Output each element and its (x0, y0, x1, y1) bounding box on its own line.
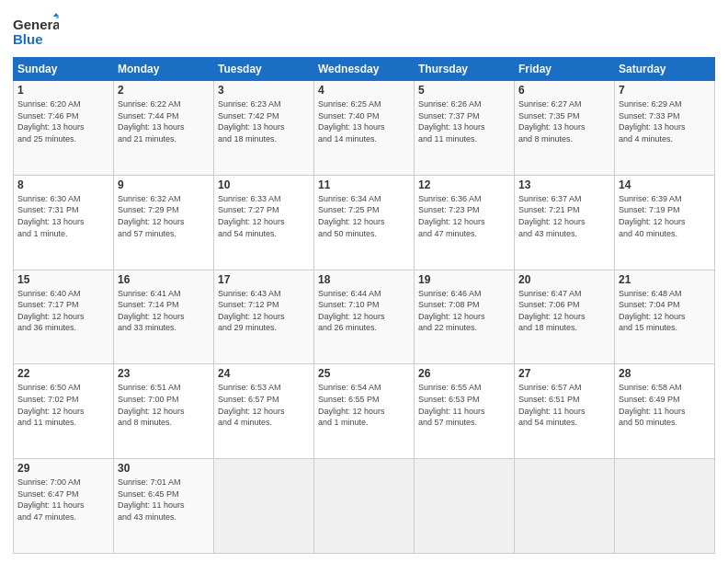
day-info: Sunrise: 6:20 AM Sunset: 7:46 PM Dayligh… (17, 98, 109, 144)
header-sunday: Sunday (14, 58, 114, 81)
header-wednesday: Wednesday (314, 58, 415, 81)
logo: General Blue (13, 13, 59, 50)
day-number: 27 (518, 367, 610, 380)
day-number: 15 (17, 273, 109, 286)
day-number: 12 (418, 178, 510, 191)
day-number: 8 (17, 178, 109, 191)
header-thursday: Thursday (415, 58, 515, 81)
calendar-cell: 27Sunrise: 6:57 AM Sunset: 6:51 PM Dayli… (515, 364, 615, 459)
day-number: 17 (218, 273, 310, 286)
day-info: Sunrise: 6:55 AM Sunset: 6:53 PM Dayligh… (418, 382, 510, 428)
day-number: 9 (118, 178, 210, 191)
calendar-cell: 23Sunrise: 6:51 AM Sunset: 7:00 PM Dayli… (114, 364, 214, 459)
calendar-cell: 29Sunrise: 7:00 AM Sunset: 6:47 PM Dayli… (14, 459, 114, 554)
day-number: 3 (218, 84, 310, 97)
calendar-cell: 14Sunrise: 6:39 AM Sunset: 7:19 PM Dayli… (615, 175, 715, 270)
day-info: Sunrise: 6:34 AM Sunset: 7:25 PM Dayligh… (318, 193, 410, 239)
week-row-0: 1Sunrise: 6:20 AM Sunset: 7:46 PM Daylig… (14, 81, 715, 176)
day-info: Sunrise: 6:51 AM Sunset: 7:00 PM Dayligh… (118, 382, 210, 428)
calendar-cell: 22Sunrise: 6:50 AM Sunset: 7:02 PM Dayli… (14, 364, 114, 459)
day-info: Sunrise: 6:44 AM Sunset: 7:10 PM Dayligh… (318, 288, 410, 334)
day-number: 7 (619, 84, 711, 97)
calendar-cell: 12Sunrise: 6:36 AM Sunset: 7:23 PM Dayli… (415, 175, 515, 270)
day-info: Sunrise: 6:37 AM Sunset: 7:21 PM Dayligh… (518, 193, 610, 239)
day-number: 29 (17, 462, 109, 475)
calendar-cell: 18Sunrise: 6:44 AM Sunset: 7:10 PM Dayli… (314, 270, 415, 364)
day-number: 20 (518, 273, 610, 286)
day-info: Sunrise: 6:39 AM Sunset: 7:19 PM Dayligh… (619, 193, 711, 239)
calendar-cell (415, 459, 515, 554)
day-info: Sunrise: 6:43 AM Sunset: 7:12 PM Dayligh… (218, 288, 310, 334)
day-number: 24 (218, 367, 310, 380)
header-row: SundayMondayTuesdayWednesdayThursdayFrid… (14, 58, 715, 81)
calendar-table: SundayMondayTuesdayWednesdayThursdayFrid… (13, 57, 715, 554)
day-number: 10 (218, 178, 310, 191)
day-number: 4 (318, 84, 410, 97)
day-info: Sunrise: 6:25 AM Sunset: 7:40 PM Dayligh… (318, 98, 410, 144)
calendar-cell (515, 459, 615, 554)
calendar-cell: 1Sunrise: 6:20 AM Sunset: 7:46 PM Daylig… (14, 81, 114, 176)
calendar-cell: 17Sunrise: 6:43 AM Sunset: 7:12 PM Dayli… (214, 270, 314, 364)
day-info: Sunrise: 6:54 AM Sunset: 6:55 PM Dayligh… (318, 382, 410, 428)
calendar-cell: 24Sunrise: 6:53 AM Sunset: 6:57 PM Dayli… (214, 364, 314, 459)
header: General Blue (13, 9, 715, 50)
day-number: 14 (619, 178, 711, 191)
day-info: Sunrise: 7:01 AM Sunset: 6:45 PM Dayligh… (118, 477, 210, 523)
calendar-cell: 10Sunrise: 6:33 AM Sunset: 7:27 PM Dayli… (214, 175, 314, 270)
day-number: 23 (118, 367, 210, 380)
calendar-cell: 28Sunrise: 6:58 AM Sunset: 6:49 PM Dayli… (615, 364, 715, 459)
day-info: Sunrise: 6:58 AM Sunset: 6:49 PM Dayligh… (619, 382, 711, 428)
calendar-cell: 20Sunrise: 6:47 AM Sunset: 7:06 PM Dayli… (515, 270, 615, 364)
header-friday: Friday (515, 58, 615, 81)
calendar-cell: 25Sunrise: 6:54 AM Sunset: 6:55 PM Dayli… (314, 364, 415, 459)
day-info: Sunrise: 6:29 AM Sunset: 7:33 PM Dayligh… (619, 98, 711, 144)
day-info: Sunrise: 6:33 AM Sunset: 7:27 PM Dayligh… (218, 193, 310, 239)
day-info: Sunrise: 6:47 AM Sunset: 7:06 PM Dayligh… (518, 288, 610, 334)
week-row-1: 8Sunrise: 6:30 AM Sunset: 7:31 PM Daylig… (14, 175, 715, 270)
calendar-cell: 11Sunrise: 6:34 AM Sunset: 7:25 PM Dayli… (314, 175, 415, 270)
calendar-cell (314, 459, 415, 554)
day-number: 2 (118, 84, 210, 97)
calendar-cell (214, 459, 314, 554)
day-info: Sunrise: 6:30 AM Sunset: 7:31 PM Dayligh… (17, 193, 109, 239)
calendar-cell: 4Sunrise: 6:25 AM Sunset: 7:40 PM Daylig… (314, 81, 415, 176)
calendar-cell (615, 459, 715, 554)
day-number: 22 (17, 367, 109, 380)
svg-text:General: General (13, 17, 59, 32)
day-number: 21 (619, 273, 711, 286)
header-tuesday: Tuesday (214, 58, 314, 81)
calendar-cell: 7Sunrise: 6:29 AM Sunset: 7:33 PM Daylig… (615, 81, 715, 176)
calendar-cell: 16Sunrise: 6:41 AM Sunset: 7:14 PM Dayli… (114, 270, 214, 364)
day-number: 13 (518, 178, 610, 191)
week-row-3: 22Sunrise: 6:50 AM Sunset: 7:02 PM Dayli… (14, 364, 715, 459)
day-info: Sunrise: 7:00 AM Sunset: 6:47 PM Dayligh… (17, 477, 109, 523)
calendar-cell: 2Sunrise: 6:22 AM Sunset: 7:44 PM Daylig… (114, 81, 214, 176)
day-number: 30 (118, 462, 210, 475)
day-number: 26 (418, 367, 510, 380)
page: General Blue SundayMondayTuesdayWednesda… (0, 0, 728, 563)
calendar-cell: 19Sunrise: 6:46 AM Sunset: 7:08 PM Dayli… (415, 270, 515, 364)
calendar-cell: 26Sunrise: 6:55 AM Sunset: 6:53 PM Dayli… (415, 364, 515, 459)
day-number: 5 (418, 84, 510, 97)
day-number: 11 (318, 178, 410, 191)
day-number: 28 (619, 367, 711, 380)
day-number: 19 (418, 273, 510, 286)
day-number: 1 (17, 84, 109, 97)
header-monday: Monday (114, 58, 214, 81)
calendar-cell: 3Sunrise: 6:23 AM Sunset: 7:42 PM Daylig… (214, 81, 314, 176)
day-info: Sunrise: 6:46 AM Sunset: 7:08 PM Dayligh… (418, 288, 510, 334)
calendar-cell: 8Sunrise: 6:30 AM Sunset: 7:31 PM Daylig… (14, 175, 114, 270)
day-info: Sunrise: 6:36 AM Sunset: 7:23 PM Dayligh… (418, 193, 510, 239)
calendar-cell: 15Sunrise: 6:40 AM Sunset: 7:17 PM Dayli… (14, 270, 114, 364)
day-info: Sunrise: 6:23 AM Sunset: 7:42 PM Dayligh… (218, 98, 310, 144)
header-saturday: Saturday (615, 58, 715, 81)
day-number: 18 (318, 273, 410, 286)
day-info: Sunrise: 6:22 AM Sunset: 7:44 PM Dayligh… (118, 98, 210, 144)
logo-svg: General Blue (13, 13, 59, 50)
day-number: 16 (118, 273, 210, 286)
day-number: 25 (318, 367, 410, 380)
day-info: Sunrise: 6:53 AM Sunset: 6:57 PM Dayligh… (218, 382, 310, 428)
calendar-cell: 5Sunrise: 6:26 AM Sunset: 7:37 PM Daylig… (415, 81, 515, 176)
day-number: 6 (518, 84, 610, 97)
week-row-2: 15Sunrise: 6:40 AM Sunset: 7:17 PM Dayli… (14, 270, 715, 364)
